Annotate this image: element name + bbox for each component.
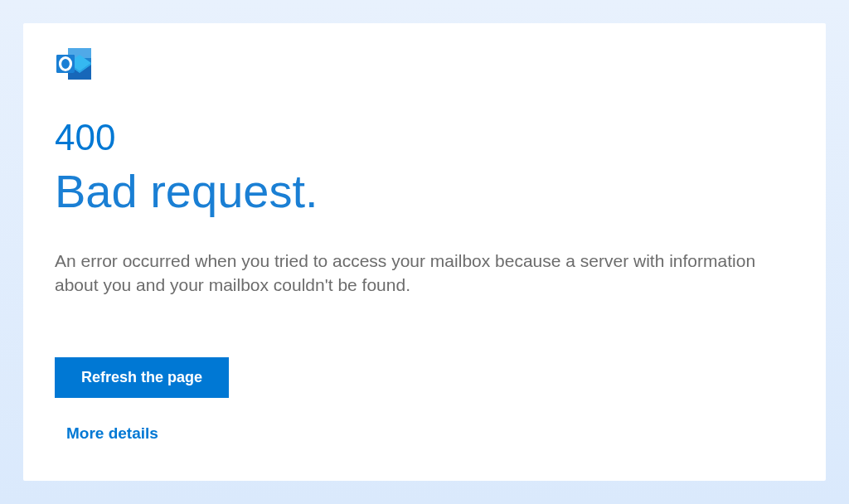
error-message: An error occurred when you tried to acce… bbox=[55, 249, 794, 298]
refresh-button[interactable]: Refresh the page bbox=[55, 357, 229, 398]
error-code: 400 bbox=[55, 116, 794, 160]
error-card: 400 Bad request. An error occurred when … bbox=[23, 23, 826, 481]
more-details-link[interactable]: More details bbox=[66, 424, 158, 443]
outlook-logo-icon bbox=[55, 46, 794, 86]
error-title: Bad request. bbox=[55, 163, 794, 219]
